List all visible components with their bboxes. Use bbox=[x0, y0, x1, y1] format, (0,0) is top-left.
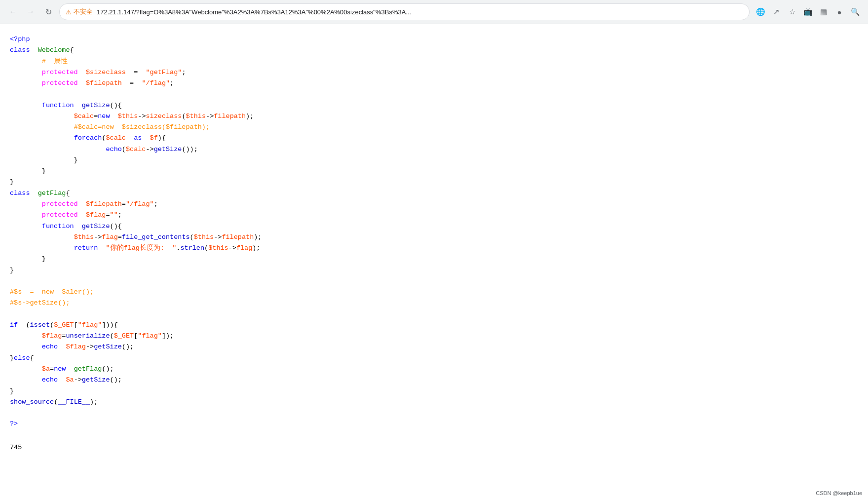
address-text: 172.21.1.147/?flag=O%3A8%3A"Webclome"%3A… bbox=[97, 8, 743, 16]
address-bar[interactable]: ⚠ 不安全 172.21.1.147/?flag=O%3A8%3A"Webclo… bbox=[59, 3, 750, 20]
forward-button[interactable]: → bbox=[24, 5, 38, 19]
nav-bar: ← → ↻ ⚠ 不安全 172.21.1.147/?flag=O%3A8%3A"… bbox=[0, 0, 868, 24]
profile-button[interactable]: ● bbox=[832, 5, 846, 19]
reload-button[interactable]: ↻ bbox=[41, 5, 55, 19]
security-icon: ⚠ 不安全 bbox=[66, 7, 93, 16]
bookmark-button[interactable]: ☆ bbox=[785, 5, 799, 19]
output-number: 745 bbox=[0, 440, 868, 453]
cast-button[interactable]: 📺 bbox=[801, 5, 815, 19]
share-button[interactable]: ↗ bbox=[769, 5, 783, 19]
translate-button[interactable]: 🌐 bbox=[754, 5, 767, 19]
qr-button[interactable]: ▦ bbox=[817, 5, 830, 19]
back-button[interactable]: ← bbox=[6, 5, 20, 19]
browser-chrome: ← → ↻ ⚠ 不安全 172.21.1.147/?flag=O%3A8%3A"… bbox=[0, 0, 868, 24]
nav-actions: 🌐 ↗ ☆ 📺 ▦ ● 🔍 bbox=[754, 5, 862, 19]
code-content: <?php class Webclome{ # 属性 protected $si… bbox=[0, 24, 868, 440]
security-text: 不安全 bbox=[74, 7, 93, 16]
search-button[interactable]: 🔍 bbox=[848, 5, 862, 19]
